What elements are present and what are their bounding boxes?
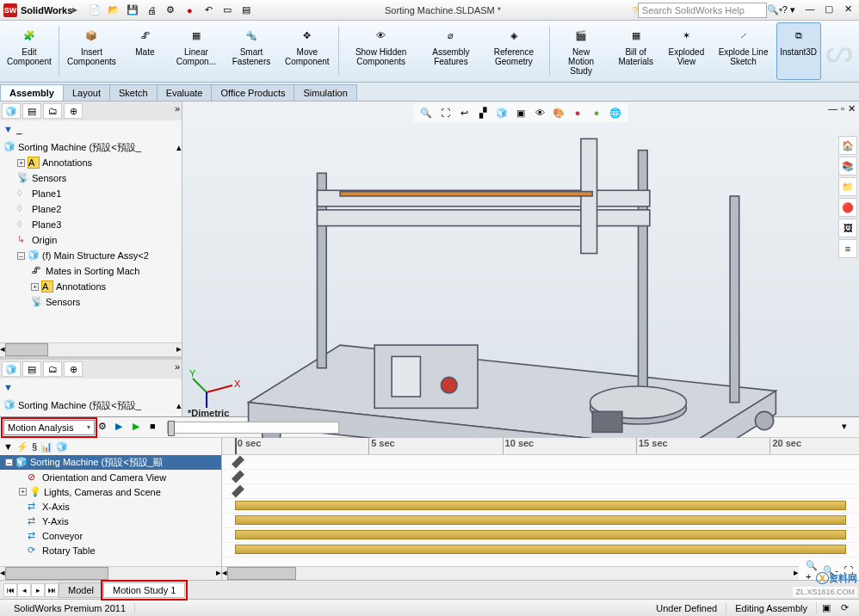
panel-expand-icon[interactable]: » bbox=[175, 103, 180, 119]
filter-results-icon[interactable]: 📊 bbox=[40, 441, 53, 453]
feature-tree-tab[interactable]: 🧊 bbox=[2, 361, 21, 377]
calculate-icon[interactable]: ⚙ bbox=[98, 421, 112, 434]
motion-tree-item[interactable]: ⟳Rotary Table bbox=[0, 543, 221, 557]
rebuild-icon[interactable]: ● bbox=[182, 3, 196, 17]
help-dropdown-icon[interactable]: ? ▾ bbox=[782, 4, 795, 15]
scrollbar[interactable]: ◂▸ bbox=[222, 566, 799, 580]
expand-icon[interactable]: – bbox=[5, 459, 13, 466]
timeline-bar[interactable] bbox=[235, 515, 846, 525]
tree-item[interactable]: +AAnnotations bbox=[0, 155, 182, 170]
scrollbar[interactable]: ◂▸ bbox=[0, 566, 221, 580]
tree-root[interactable]: 🧊Sorting Machine (預設<預設_▴ bbox=[0, 139, 182, 155]
move-component-button[interactable]: ✥Move Component bbox=[280, 22, 335, 80]
custom-props-icon[interactable]: ≡ bbox=[838, 239, 857, 258]
display-style-icon[interactable]: ▣ bbox=[513, 105, 528, 120]
zoom-fit-icon[interactable]: 🔍 bbox=[418, 105, 434, 120]
property-manager-tab[interactable]: ▤ bbox=[22, 361, 41, 377]
instant3d-button[interactable]: ⧉Instant3D bbox=[776, 22, 821, 80]
config-manager-tab[interactable]: 🗂 bbox=[43, 103, 62, 119]
motion-study-tab[interactable]: Motion Study 1 bbox=[103, 582, 185, 598]
play-icon[interactable]: ▶ bbox=[133, 421, 146, 434]
time-ruler[interactable]: 0 sec 5 sec 10 sec 15 sec 20 sec bbox=[222, 438, 859, 455]
render-icon[interactable]: ● bbox=[589, 105, 604, 120]
tree-item[interactable]: ◊Plane2 bbox=[0, 201, 182, 217]
filter-parts-icon[interactable]: 🧊 bbox=[56, 441, 68, 453]
new-icon[interactable]: 📄 bbox=[88, 3, 102, 17]
motion-type-dropdown[interactable]: Motion Analysis ▾ bbox=[3, 420, 95, 435]
home-icon[interactable]: 🏠 bbox=[838, 136, 857, 155]
play-from-start-icon[interactable]: ▶ bbox=[115, 421, 129, 434]
slider-handle[interactable] bbox=[168, 421, 175, 436]
dimxpert-tab[interactable]: ⊕ bbox=[64, 103, 83, 119]
motion-tree-item[interactable]: –🧊Sorting Machine (預設<預設_顯 bbox=[0, 455, 221, 470]
bom-button[interactable]: ▦Bill of Materials bbox=[611, 22, 660, 80]
first-tab-button[interactable]: ⏮ bbox=[3, 583, 17, 597]
feature-tree-lower[interactable]: 🧊Sorting Machine (預設<預設_▴ bbox=[0, 396, 182, 416]
keyframe-icon[interactable] bbox=[232, 485, 244, 498]
insert-components-button[interactable]: 📦Insert Components bbox=[62, 22, 121, 80]
prev-view-icon[interactable]: ↩ bbox=[456, 105, 472, 120]
folder-icon[interactable]: 📁 bbox=[838, 177, 857, 196]
feature-tree-tab[interactable]: 🧊 bbox=[2, 103, 21, 119]
filter-motors-icon[interactable]: ⚡ bbox=[16, 441, 28, 453]
filter-split-icon[interactable]: ⎯ bbox=[16, 124, 22, 134]
reference-geometry-button[interactable]: ◈Reference Geometry bbox=[482, 22, 545, 80]
scene-icon[interactable]: 🎨 bbox=[551, 105, 566, 120]
motion-tree-item[interactable]: ⊘Orientation and Camera View bbox=[0, 470, 221, 484]
timeline-bar[interactable] bbox=[235, 501, 846, 510]
appearances-icon[interactable]: 🔴 bbox=[838, 198, 857, 217]
zoom-area-icon[interactable]: ⛶ bbox=[437, 105, 453, 120]
motion-tree[interactable]: –🧊Sorting Machine (預設<預設_顯 ⊘Orientation … bbox=[0, 455, 221, 566]
timeline-rows[interactable] bbox=[222, 455, 859, 580]
search-icon[interactable]: 🔍 bbox=[767, 4, 779, 15]
timeline-row[interactable] bbox=[222, 514, 859, 528]
mdi-restore[interactable]: ▫ bbox=[841, 103, 844, 114]
property-manager-tab[interactable]: ▤ bbox=[22, 103, 41, 119]
prev-tab-button[interactable]: ◂ bbox=[17, 583, 31, 597]
new-motion-study-button[interactable]: 🎬New Motion Study bbox=[553, 22, 609, 80]
section-icon[interactable]: ▞ bbox=[475, 105, 491, 120]
exploded-view-button[interactable]: ✶Exploded View bbox=[662, 22, 710, 80]
panel-expand-icon[interactable]: » bbox=[175, 361, 180, 377]
expand-icon[interactable]: + bbox=[19, 488, 27, 496]
filter-icon[interactable]: ▼ bbox=[3, 441, 13, 452]
assembly-features-button[interactable]: ⌀Assembly Features bbox=[422, 22, 481, 80]
motion-tree-item[interactable]: ⇄Y-Axis bbox=[0, 514, 221, 528]
model-tab[interactable]: Model bbox=[59, 582, 103, 598]
tree-item[interactable]: –🧊(f) Main Structure Assy<2 bbox=[0, 248, 182, 263]
timeline-row[interactable] bbox=[222, 484, 859, 499]
tree-item[interactable]: ↳Origin bbox=[0, 232, 182, 248]
open-icon[interactable]: 📂 bbox=[107, 3, 121, 17]
timeline-row[interactable] bbox=[222, 470, 859, 484]
stop-icon[interactable]: ■ bbox=[150, 421, 164, 434]
timeline[interactable]: 0 sec 5 sec 10 sec 15 sec 20 sec 🔍+ 🔍- ⛶ bbox=[222, 438, 859, 580]
appearance-icon[interactable]: ● bbox=[570, 105, 585, 120]
timeline-row[interactable] bbox=[222, 455, 859, 470]
next-tab-button[interactable]: ▸ bbox=[31, 583, 45, 597]
tree-item[interactable]: 🖇Mates in Sorting Mach bbox=[0, 263, 182, 279]
filter-springs-icon[interactable]: § bbox=[32, 441, 37, 452]
macro-icon[interactable]: ▤ bbox=[239, 3, 253, 17]
linear-pattern-button[interactable]: ▦Linear Compon... bbox=[169, 22, 223, 80]
motion-tree-item[interactable]: +💡Lights, Cameras and Scene bbox=[0, 484, 221, 499]
status-rebuild-icon[interactable]: ⟳ bbox=[836, 602, 854, 613]
timeline-bar[interactable] bbox=[235, 545, 846, 554]
tab-layout[interactable]: Layout bbox=[63, 84, 110, 101]
timeline-bar[interactable] bbox=[235, 530, 846, 539]
library-icon[interactable]: 📚 bbox=[838, 157, 857, 176]
hide-show-icon[interactable]: 👁 bbox=[532, 105, 547, 120]
undo-icon[interactable]: ↶ bbox=[201, 3, 215, 17]
mdi-minimize[interactable]: — bbox=[828, 103, 837, 114]
tab-office-products[interactable]: Office Products bbox=[211, 84, 294, 101]
app-menu-dropdown[interactable]: ▶ bbox=[72, 6, 77, 14]
view-orient-icon[interactable]: 🧊 bbox=[494, 105, 510, 120]
search-input[interactable]: Search SolidWorks Help bbox=[638, 3, 767, 18]
smart-fasteners-button[interactable]: 🔩Smart Fasteners bbox=[225, 22, 277, 80]
collapse-icon[interactable]: ▾ bbox=[842, 421, 856, 434]
status-custom-icon[interactable]: ▣ bbox=[817, 602, 836, 613]
minimize-button[interactable]: — bbox=[802, 3, 818, 17]
save-icon[interactable]: 💾 bbox=[126, 3, 139, 17]
tab-simulation[interactable]: Simulation bbox=[294, 84, 356, 101]
tab-evaluate[interactable]: Evaluate bbox=[157, 84, 213, 101]
mdi-close[interactable]: ✕ bbox=[848, 103, 856, 114]
